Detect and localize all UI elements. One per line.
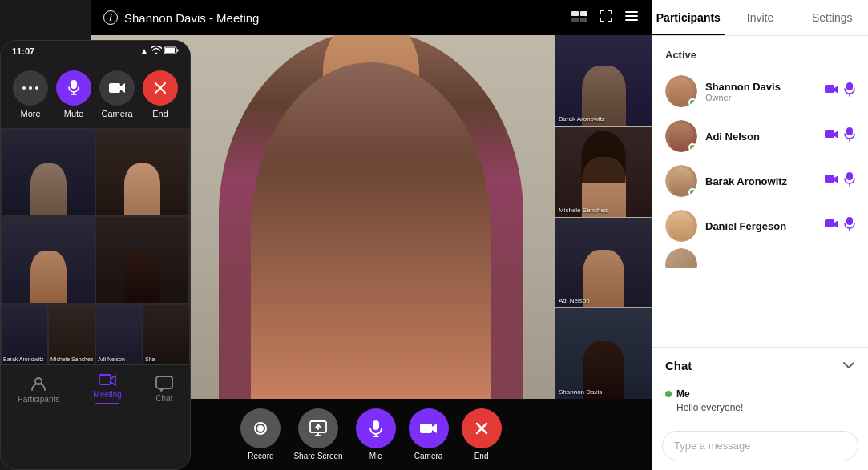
participant-name-shannon: Shannon Davis — [705, 81, 817, 93]
info-icon[interactable]: i — [103, 10, 118, 25]
phone-signal-icon: ▲ — [140, 46, 148, 55]
avatar-partial — [665, 248, 697, 268]
phone-video-grid — [1, 128, 190, 304]
tab-settings[interactable]: Settings — [796, 0, 868, 35]
nav-active-indicator — [95, 403, 119, 404]
header-icons — [571, 9, 639, 27]
svg-rect-34 — [825, 85, 834, 93]
camera-icon — [409, 408, 449, 448]
thumb-label-adi: Adi Nelson — [559, 297, 590, 304]
phone-end-icon — [143, 70, 178, 106]
phone-camera-button[interactable]: Camera — [99, 70, 135, 119]
phone-grid-cell-4 — [96, 217, 188, 303]
svg-point-8 — [257, 425, 264, 432]
avatar-barak — [665, 165, 697, 197]
svg-rect-28 — [109, 83, 120, 93]
phone-mute-label: Mute — [64, 109, 83, 119]
grid-layout-icon[interactable] — [571, 10, 587, 26]
chat-title: Chat — [665, 359, 692, 372]
phone-status-bar: 11:07 ▲ — [1, 41, 190, 61]
tab-invite[interactable]: Invite — [725, 0, 797, 35]
phone-nav-chat-label: Chat — [155, 394, 172, 403]
svg-point-22 — [22, 86, 26, 90]
chat-nav-icon — [155, 376, 173, 392]
meeting-nav-icon — [99, 373, 116, 388]
tab-participants[interactable]: Participants — [652, 0, 725, 35]
svg-rect-37 — [825, 130, 834, 138]
participants-nav-icon — [30, 375, 47, 392]
phone-mute-button[interactable]: Mute — [56, 70, 91, 119]
chat-message-text: Hello everyone! — [665, 402, 855, 413]
thumb-shannon[interactable]: Shannon Davis — [555, 308, 652, 399]
chat-input[interactable] — [662, 431, 858, 460]
avatar-daniel — [665, 210, 697, 242]
avatar-shannon — [665, 75, 697, 107]
phone-thumb-label-2: Michele Sanchez — [50, 356, 93, 362]
end-call-button[interactable]: End — [462, 408, 502, 460]
phone-nav-meeting-label: Meeting — [93, 390, 122, 399]
phone-thumb-label-4: Sha — [145, 356, 155, 362]
video-icon-barak — [825, 174, 839, 188]
chat-sender-dot — [665, 391, 672, 397]
share-screen-icon — [298, 408, 338, 448]
phone-grid-cell-3 — [2, 217, 95, 303]
chat-message-1: Me Hello everyone! — [665, 388, 855, 413]
end-icon — [462, 408, 502, 448]
mic-button[interactable]: Mic — [356, 408, 396, 460]
phone-thumb-4[interactable]: Sha — [143, 304, 190, 364]
phone-camera-label: Camera — [101, 109, 132, 119]
phone-thumb-1[interactable]: Barak Aronowitz — [1, 304, 48, 364]
svg-rect-16 — [420, 424, 432, 433]
phone-mute-icon — [56, 70, 91, 106]
side-thumbnails: Barak Aronowitz Michele Sanchez Adi Nels… — [555, 35, 652, 399]
phone-end-label: End — [152, 109, 168, 119]
thumb-adi[interactable]: Adi Nelson — [555, 218, 652, 308]
mic-icon — [356, 408, 396, 448]
phone-camera-icon — [99, 70, 135, 106]
mic-icon-shannon — [844, 82, 855, 100]
right-panel: Participants Invite Settings Active Shan… — [652, 0, 868, 470]
phone-nav-chat[interactable]: Chat — [155, 376, 173, 403]
thumb-michele[interactable]: Michele Sanchez — [555, 127, 652, 217]
phone-thumb-3[interactable]: Adi Nelson — [95, 304, 143, 364]
phone-more-icon — [13, 70, 48, 106]
phone-grid-cell-1 — [2, 130, 95, 215]
chat-header[interactable]: Chat — [652, 348, 868, 382]
phone-nav-participants[interactable]: Participants — [18, 375, 59, 404]
svg-rect-41 — [846, 172, 853, 180]
phone-nav-participants-label: Participants — [18, 395, 59, 404]
phone-more-button[interactable]: More — [13, 70, 48, 119]
svg-rect-43 — [825, 219, 834, 227]
phone-thumb-label-3: Adi Nelson — [98, 356, 125, 362]
svg-rect-2 — [571, 18, 579, 22]
fullscreen-icon[interactable] — [599, 9, 613, 27]
svg-rect-40 — [825, 175, 834, 183]
svg-rect-25 — [71, 80, 77, 89]
active-label: Active — [652, 46, 868, 69]
more-options-icon[interactable] — [624, 9, 639, 27]
svg-rect-44 — [846, 217, 853, 225]
record-button[interactable]: Record — [240, 408, 281, 460]
participant-row-barak: Barak Aronowitz — [652, 159, 868, 203]
phone-end-button[interactable]: End — [143, 70, 178, 119]
svg-rect-33 — [156, 376, 172, 388]
mic-icon-daniel — [844, 217, 855, 235]
participant-row-adi: Adi Nelson — [652, 114, 868, 159]
svg-rect-3 — [580, 18, 587, 22]
svg-rect-35 — [846, 82, 853, 90]
participant-name-daniel: Daniel Fergeson — [705, 220, 817, 232]
camera-button[interactable]: Camera — [409, 408, 449, 460]
participant-info-shannon: Shannon Davis Owner — [705, 81, 817, 102]
chat-collapse-icon[interactable] — [842, 358, 855, 372]
thumb-barak[interactable]: Barak Aronowitz — [555, 35, 652, 126]
svg-point-23 — [29, 86, 32, 90]
video-icon-daniel — [825, 219, 839, 233]
share-screen-button[interactable]: Share Screen — [293, 408, 342, 460]
phone-battery-icon — [164, 46, 179, 56]
phone-nav-meeting[interactable]: Meeting — [93, 373, 122, 404]
svg-rect-13 — [373, 420, 379, 430]
phone-thumb-2[interactable]: Michele Sanchez — [48, 304, 95, 364]
phone-overlay: 11:07 ▲ — [0, 40, 191, 470]
svg-rect-38 — [846, 127, 853, 135]
panel-content: Active Shannon Davis Owner — [652, 36, 868, 347]
